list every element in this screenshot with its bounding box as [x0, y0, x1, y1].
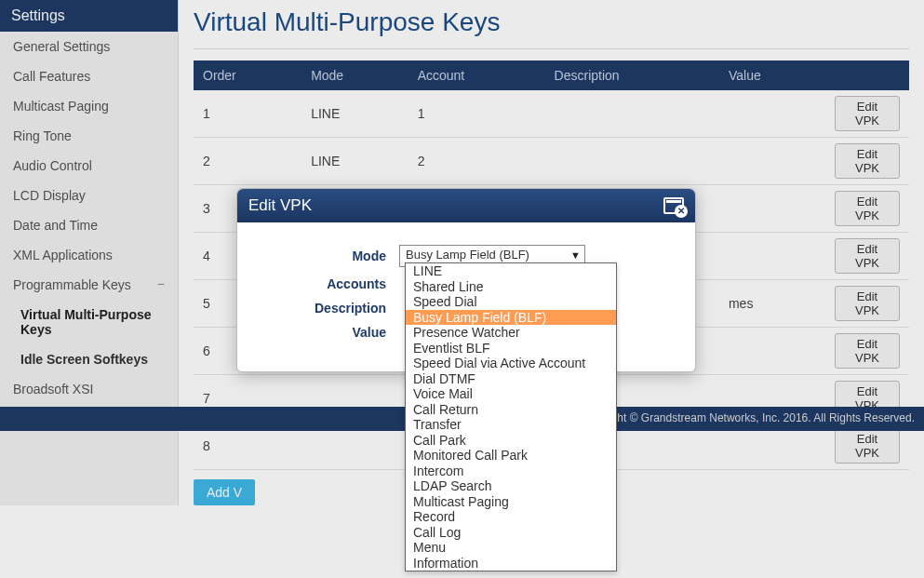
- col-account: Account: [408, 60, 545, 90]
- sidebar-item[interactable]: Audio Control: [0, 151, 178, 181]
- divider: [194, 48, 909, 49]
- mode-option[interactable]: Call Log: [406, 525, 616, 541]
- sidebar-item[interactable]: Date and Time: [0, 210, 178, 240]
- mode-option[interactable]: Transfer: [406, 417, 616, 433]
- sidebar-item[interactable]: Call Features: [0, 61, 178, 91]
- mode-option[interactable]: Multicast Paging: [406, 494, 616, 510]
- col-value: Value: [719, 60, 825, 90]
- col-description: Description: [545, 60, 719, 90]
- table-row: 1LINE1Edit VPK: [194, 90, 909, 138]
- mode-option[interactable]: Menu: [406, 540, 616, 556]
- cell-value: [719, 233, 825, 280]
- edit-vpk-button[interactable]: Edit VPK: [835, 238, 900, 274]
- mode-dropdown[interactable]: LINEShared LineSpeed DialBusy Lamp Field…: [405, 262, 617, 571]
- edit-vpk-button[interactable]: Edit VPK: [835, 96, 900, 131]
- sidebar-item[interactable]: General Settings: [0, 32, 178, 61]
- mode-option[interactable]: Monitored Call Park: [406, 448, 616, 464]
- col-mode: Mode: [301, 60, 408, 90]
- edit-vpk-button[interactable]: Edit VPK: [835, 428, 900, 464]
- mode-option[interactable]: Shared Line: [406, 279, 616, 295]
- cell-order: 1: [194, 90, 301, 138]
- cell-description: [545, 138, 719, 185]
- sidebar-item[interactable]: Multicast Paging: [0, 91, 178, 121]
- cell-value: [719, 328, 825, 375]
- cell-mode: LINE: [301, 90, 408, 138]
- add-vpk-button[interactable]: Add V: [194, 479, 255, 505]
- cell-value: [719, 138, 825, 185]
- cell-description: [545, 90, 719, 138]
- mode-option[interactable]: Call Park: [406, 433, 616, 449]
- description-label: Description: [260, 301, 399, 316]
- mode-select-value: Busy Lamp Field (BLF): [406, 248, 529, 262]
- sidebar-item[interactable]: Virtual Multi-Purpose Keys: [0, 300, 178, 344]
- edit-vpk-button[interactable]: Edit VPK: [835, 191, 900, 226]
- sidebar-item[interactable]: Broadsoft XSI: [0, 374, 178, 404]
- table-row: 2LINE2Edit VPK: [194, 138, 909, 185]
- mode-option[interactable]: LINE: [406, 263, 616, 279]
- mode-option[interactable]: Dial DTMF: [406, 371, 616, 387]
- mode-option[interactable]: Eventlist BLF: [406, 341, 616, 356]
- mode-option[interactable]: LDAP Search: [406, 478, 616, 494]
- cell-account: 2: [408, 138, 545, 185]
- mode-option[interactable]: Intercom: [406, 464, 616, 479]
- cell-order: 2: [194, 138, 301, 185]
- sidebar-item[interactable]: Ring Tone: [0, 121, 178, 151]
- edit-vpk-button[interactable]: Edit VPK: [835, 143, 900, 179]
- cell-mode: LINE: [301, 138, 408, 185]
- dialog-title: Edit VPK: [248, 196, 312, 215]
- mode-option[interactable]: Speed Dial: [406, 294, 616, 310]
- page-title: Virtual Multi-Purpose Keys: [194, 7, 909, 37]
- sidebar-item[interactable]: LCD Display: [0, 181, 178, 210]
- mode-option[interactable]: Speed Dial via Active Account: [406, 356, 616, 371]
- mode-option[interactable]: Voice Mail: [406, 386, 616, 402]
- col-order: Order: [194, 60, 301, 90]
- mode-option[interactable]: Information: [406, 556, 616, 571]
- value-label: Value: [260, 325, 399, 340]
- edit-vpk-button[interactable]: Edit VPK: [835, 333, 900, 369]
- sidebar-header: Settings: [0, 0, 178, 32]
- mode-label: Mode: [260, 249, 399, 263]
- collapse-icon[interactable]: −: [157, 277, 165, 290]
- mode-option[interactable]: Record: [406, 509, 616, 525]
- chevron-down-icon: ▼: [570, 249, 581, 261]
- sidebar-item[interactable]: XML Applications: [0, 240, 178, 270]
- mode-option[interactable]: Presence Watcher: [406, 325, 616, 341]
- sidebar-item[interactable]: Idle Screen Softkeys: [0, 344, 178, 374]
- dialog-close-icon[interactable]: [663, 197, 684, 214]
- accounts-label: Accounts: [260, 276, 399, 291]
- mode-option[interactable]: Busy Lamp Field (BLF): [406, 310, 616, 326]
- sidebar-item[interactable]: Programmable Keys−: [0, 270, 178, 300]
- cell-value: mes: [719, 280, 825, 328]
- cell-account: 1: [408, 90, 545, 138]
- cell-value: [719, 185, 825, 233]
- mode-option[interactable]: Call Return: [406, 402, 616, 418]
- cell-value: [719, 90, 825, 138]
- edit-vpk-button[interactable]: Edit VPK: [835, 286, 900, 321]
